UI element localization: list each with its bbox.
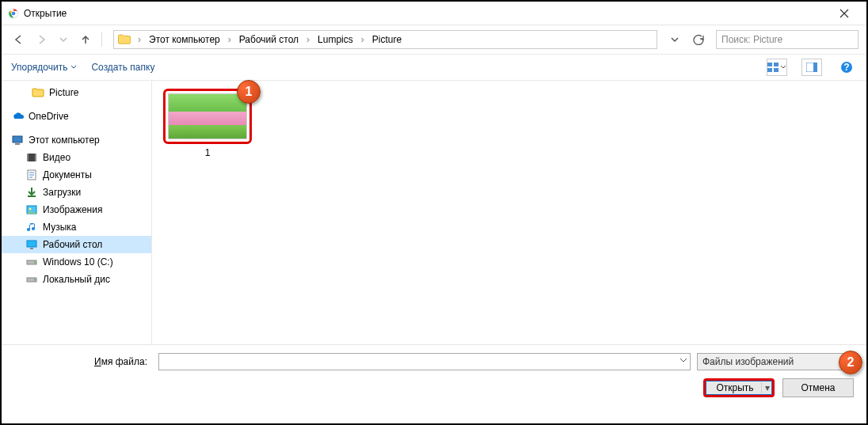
open-label: Открыть xyxy=(716,382,753,393)
separator xyxy=(101,32,102,47)
organize-label: Упорядочить xyxy=(11,62,67,73)
dialog-body: PictureOneDriveЭтот компьютерВидеоДокуме… xyxy=(2,81,866,344)
downloads-icon xyxy=(25,186,38,199)
filter-label: Файлы изображений xyxy=(702,356,794,367)
view-options-button[interactable] xyxy=(767,59,787,76)
arrow-left-icon xyxy=(13,34,25,45)
folder-icon xyxy=(32,86,44,99)
sidebar-item-label: Документы xyxy=(43,169,92,180)
new-folder-button[interactable]: Создать папку xyxy=(91,62,154,73)
preview-pane-button[interactable] xyxy=(801,59,822,76)
docs-icon xyxy=(25,169,38,181)
svg-point-1 xyxy=(12,11,16,15)
window-title: Открытие xyxy=(24,8,828,19)
cancel-button[interactable]: Отмена xyxy=(782,378,854,397)
images-icon xyxy=(25,203,38,216)
sidebar-item[interactable]: Музыка xyxy=(2,218,151,236)
svg-point-17 xyxy=(29,208,32,211)
breadcrumb-segment[interactable]: Picture xyxy=(369,32,405,47)
breadcrumb-segment[interactable]: Lumpics xyxy=(314,32,356,47)
svg-rect-13 xyxy=(27,154,29,161)
navbar: › Этот компьютер › Рабочий стол › Lumpic… xyxy=(2,25,866,54)
sidebar-item-label: Музыка xyxy=(43,222,76,233)
drive-icon xyxy=(25,273,38,286)
back-button[interactable] xyxy=(10,30,29,49)
organize-button[interactable]: Упорядочить xyxy=(11,62,77,73)
sidebar-item[interactable]: Изображения xyxy=(2,201,151,218)
breadcrumb-segment[interactable]: Этот компьютер xyxy=(146,32,223,47)
close-button[interactable] xyxy=(828,2,860,25)
folder-icon xyxy=(117,32,131,47)
sidebar-item[interactable]: Рабочий стол xyxy=(2,236,151,253)
sidebar-item-label: Изображения xyxy=(43,204,102,215)
svg-rect-11 xyxy=(15,143,20,145)
open-button[interactable]: Открыть ▾ xyxy=(703,378,775,397)
svg-rect-14 xyxy=(35,154,36,161)
file-type-filter[interactable]: Файлы изображений 2 xyxy=(697,353,855,370)
refresh-icon xyxy=(693,34,704,45)
cancel-label: Отмена xyxy=(801,382,835,393)
refresh-button[interactable] xyxy=(689,30,708,49)
desktop-icon xyxy=(25,238,38,251)
sidebar-item-label: Загрузки xyxy=(43,187,81,198)
music-icon xyxy=(25,221,38,233)
drive-icon xyxy=(25,256,38,268)
sidebar-item[interactable]: Загрузки xyxy=(2,184,151,201)
file-thumbnail: 1 xyxy=(163,89,252,144)
chrome-icon xyxy=(8,8,19,19)
filename-label: ИИмя файла:мя файла: xyxy=(2,356,152,367)
svg-rect-4 xyxy=(767,68,772,72)
new-folder-label: Создать папку xyxy=(91,62,154,73)
search-input[interactable]: Поиск: Picture xyxy=(716,30,858,49)
sidebar-item-label: OneDrive xyxy=(29,111,69,122)
chevron-down-icon xyxy=(59,36,67,44)
chevron-down-icon xyxy=(70,64,77,70)
thumbnails-icon xyxy=(767,63,779,72)
svg-point-21 xyxy=(34,262,36,264)
callout-badge: 1 xyxy=(237,80,261,104)
sidebar-item-label: Windows 10 (C:) xyxy=(43,256,113,268)
chevron-down-icon xyxy=(680,356,687,364)
svg-text:?: ? xyxy=(843,62,849,73)
sidebar-item-label: Рабочий стол xyxy=(43,239,102,250)
onedrive-icon xyxy=(11,110,24,123)
sidebar-item[interactable]: Windows 10 (C:) xyxy=(2,253,151,271)
help-button[interactable]: ? xyxy=(836,59,857,76)
chevron-right-icon: › xyxy=(135,34,144,45)
svg-rect-10 xyxy=(13,136,22,142)
breadcrumb-dropdown[interactable] xyxy=(665,30,684,49)
breadcrumb-segment[interactable]: Рабочий стол xyxy=(236,32,302,47)
up-button[interactable] xyxy=(76,30,95,49)
sidebar-item[interactable]: Этот компьютер xyxy=(2,131,151,149)
forward-button[interactable] xyxy=(32,30,51,49)
callout-badge: 2 xyxy=(839,351,862,374)
recent-dropdown[interactable] xyxy=(54,30,73,49)
pc-icon xyxy=(11,134,24,146)
sidebar-item[interactable]: Документы xyxy=(2,166,151,184)
breadcrumb[interactable]: › Этот компьютер › Рабочий стол › Lumpic… xyxy=(113,30,657,49)
svg-rect-19 xyxy=(30,248,33,249)
sidebar-item-label: Этот компьютер xyxy=(29,135,100,146)
svg-rect-5 xyxy=(774,68,779,72)
bottom-bar: ИИмя файла:мя файла: Файлы изображений 2… xyxy=(2,344,866,405)
search-placeholder: Поиск: Picture xyxy=(721,34,782,45)
filename-input[interactable] xyxy=(158,353,691,370)
chevron-down-icon xyxy=(780,64,786,70)
sidebar: PictureOneDriveЭтот компьютерВидеоДокуме… xyxy=(2,81,152,344)
chevron-right-icon: › xyxy=(303,34,313,45)
file-item[interactable]: 1 1 xyxy=(163,89,252,158)
sidebar-item[interactable]: Локальный дис xyxy=(2,271,151,288)
sidebar-item-label: Picture xyxy=(49,87,78,98)
chevron-down-icon xyxy=(671,36,679,44)
svg-rect-18 xyxy=(27,241,36,247)
split-chevron-icon: ▾ xyxy=(761,382,770,393)
sidebar-item[interactable]: Picture xyxy=(2,84,151,101)
thumbnail-image xyxy=(168,93,247,139)
file-list[interactable]: 1 1 xyxy=(152,81,866,344)
svg-rect-7 xyxy=(813,63,817,72)
close-icon xyxy=(839,9,849,18)
sidebar-item[interactable]: OneDrive xyxy=(2,108,151,125)
sidebar-item-label: Локальный дис xyxy=(43,274,110,285)
video-icon xyxy=(25,151,38,164)
sidebar-item[interactable]: Видео xyxy=(2,149,151,166)
